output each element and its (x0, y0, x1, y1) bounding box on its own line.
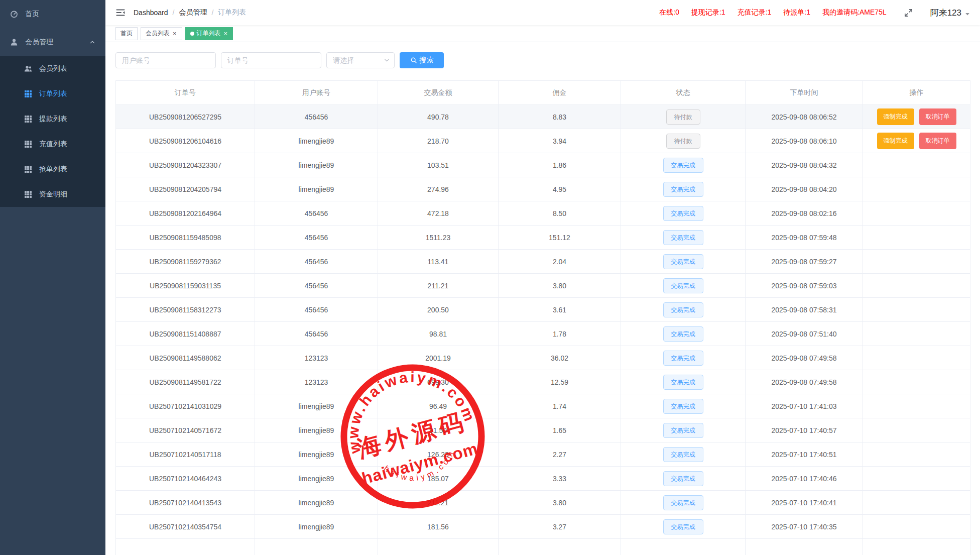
time-cell: 2025-07-10 17:40:41 (746, 491, 863, 515)
commission-cell: 4.95 (499, 177, 621, 201)
order-cell: UB2507102140517118 (116, 442, 255, 467)
status-select-input[interactable] (326, 52, 395, 68)
sidebar-item-grab-list[interactable]: 抢单列表 (0, 157, 105, 182)
force-complete-button[interactable]: 强制完成 (877, 108, 914, 125)
account-cell: 456456 (255, 274, 378, 298)
fullscreen-icon[interactable] (904, 8, 913, 18)
empty-cell (863, 539, 970, 555)
user-name: 阿来123 (930, 7, 961, 19)
time-cell: 2025-07-10 17:40:46 (746, 467, 863, 491)
actions-cell (863, 153, 970, 177)
tab-order-list[interactable]: 订单列表× (185, 27, 233, 40)
amount-cell: 103.51 (378, 153, 499, 177)
active-dot (190, 32, 194, 36)
status-cell: 交易完成 (621, 226, 746, 250)
table-row: UB25090811594850984564561511.23151.12交易完… (116, 226, 970, 250)
status-cell: 交易完成 (621, 442, 746, 467)
table-row: UB2507102140354754limengjie89181.563.27交… (116, 515, 970, 539)
table-row: UB2509081149581722123123699.3012.59交易完成2… (116, 370, 970, 394)
search-button[interactable]: 搜索 (400, 52, 444, 68)
sidebar-item-home[interactable]: 首页 (0, 0, 105, 28)
order-cell: UB2507102141031029 (116, 394, 255, 418)
order-cell: UB2509081204205794 (116, 177, 255, 201)
tab-home[interactable]: 首页 (115, 27, 138, 40)
actions-cell: 强制完成取消订单 (863, 129, 970, 153)
order-table: 订单号用户账号交易金额佣金状态下单时间操作 UB2509081206527295… (115, 80, 970, 555)
actions-cell (863, 322, 970, 346)
order-cell: UB2509081151408887 (116, 322, 255, 346)
order-cell: UB2507102140413543 (116, 491, 255, 515)
user-dropdown[interactable]: 阿来123 (930, 7, 970, 19)
time-cell: 2025-09-08 07:51:40 (746, 322, 863, 346)
account-cell: 456456 (255, 298, 378, 322)
time-cell: 2025-09-08 08:06:10 (746, 129, 863, 153)
sidebar-item-member-manage[interactable]: 会员管理 (0, 28, 105, 56)
cancel-order-button[interactable]: 取消订单 (919, 108, 956, 125)
sidebar-item-member-list[interactable]: 会员列表 (0, 56, 105, 81)
sidebar-item-label: 会员列表 (39, 64, 67, 73)
search-bar: 搜索 (115, 52, 970, 68)
table-header-row: 订单号用户账号交易金额佣金状态下单时间操作 (116, 81, 970, 105)
account-cell: limengjie89 (255, 129, 378, 153)
status-badge: 交易完成 (663, 182, 703, 197)
order-cell: UB2509081204323307 (116, 153, 255, 177)
close-icon[interactable]: × (223, 30, 228, 37)
status-cell: 交易完成 (621, 467, 746, 491)
order-cell: UB2509081158312273 (116, 298, 255, 322)
status-cell: 待付款 (621, 129, 746, 153)
order-cell: UB2509081159485098 (116, 226, 255, 250)
account-cell: limengjie89 (255, 177, 378, 201)
time-cell: 2025-09-08 07:58:31 (746, 298, 863, 322)
order-cell: UB2507102140464243 (116, 467, 255, 491)
status-cell: 交易完成 (621, 418, 746, 442)
status-badge: 待付款 (666, 134, 700, 149)
cancel-order-button[interactable]: 取消订单 (919, 133, 956, 149)
account-search-input[interactable] (115, 52, 216, 68)
order-cell: UB2509081149581722 (116, 370, 255, 394)
table-row: UB2509081158312273456456200.503.61交易完成20… (116, 298, 970, 322)
account-cell: limengjie89 (255, 418, 378, 442)
breadcrumb-member-manage[interactable]: 会员管理 (179, 8, 207, 17)
time-cell: 2025-07-10 17:40:35 (746, 515, 863, 539)
actions-cell (863, 394, 970, 418)
actions-cell (863, 274, 970, 298)
account-cell: 456456 (255, 226, 378, 250)
header-stat[interactable]: 提现记录:1 (691, 8, 725, 17)
tab-member-list[interactable]: 会员列表× (141, 27, 182, 40)
force-complete-button[interactable]: 强制完成 (877, 133, 914, 149)
table-row: UB2509081206527295456456490.788.83待付款202… (116, 105, 970, 129)
status-select[interactable] (326, 52, 395, 68)
sidebar-nav: 首页会员管理会员列表订单列表提款列表充值列表抢单列表资金明细 (0, 0, 105, 207)
order-cell: UB2509081159031135 (116, 274, 255, 298)
order-search-input[interactable] (221, 52, 321, 68)
commission-cell: 3.94 (499, 129, 621, 153)
dashboard-icon (10, 10, 18, 18)
column-header: 佣金 (499, 81, 621, 105)
sidebar-item-recharge-list[interactable]: 充值列表 (0, 132, 105, 157)
sidebar-item-withdraw-list[interactable]: 提款列表 (0, 106, 105, 132)
time-cell: 2025-09-08 08:04:20 (746, 177, 863, 201)
sidebar-item-fund-detail[interactable]: 资金明细 (0, 182, 105, 207)
sidebar-collapse-icon[interactable] (115, 8, 126, 18)
table-icon (24, 115, 32, 123)
close-icon[interactable]: × (172, 30, 177, 37)
commission-cell: 8.50 (499, 201, 621, 226)
breadcrumb: Dashboard / 会员管理 / 订单列表 (134, 8, 246, 17)
amount-cell: 185.07 (378, 467, 499, 491)
status-cell: 待付款 (621, 105, 746, 129)
header-stat[interactable]: 待派单:1 (783, 8, 810, 17)
actions-cell (863, 298, 970, 322)
actions-cell (863, 467, 970, 491)
sidebar-item-order-list[interactable]: 订单列表 (0, 81, 105, 106)
column-header: 订单号 (116, 81, 255, 105)
breadcrumb-dashboard[interactable]: Dashboard (134, 9, 168, 17)
order-cell: UB2507102140354754 (116, 515, 255, 539)
header-stat[interactable]: 充值记录:1 (738, 8, 772, 17)
actions-cell (863, 346, 970, 370)
order-cell: UB2509081202164964 (116, 201, 255, 226)
status-cell: 交易完成 (621, 177, 746, 201)
header-stat[interactable]: 我的邀请码:AME75L (822, 8, 887, 17)
status-cell: 交易完成 (621, 298, 746, 322)
header-stat[interactable]: 在线:0 (659, 8, 679, 17)
amount-cell: 699.30 (378, 370, 499, 394)
